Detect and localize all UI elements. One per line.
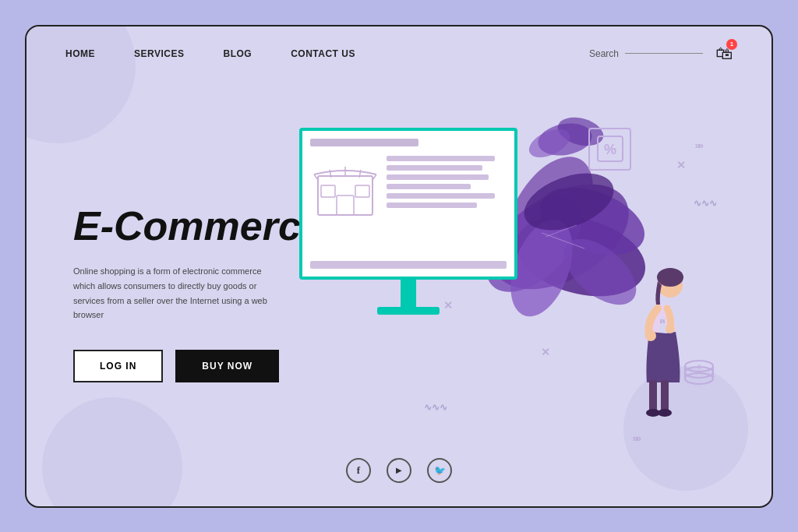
hero-description: Online shopping is a form of electronic … — [73, 264, 284, 322]
svg-point-30 — [658, 409, 672, 417]
search-line — [625, 53, 703, 54]
svg-rect-23 — [321, 185, 335, 197]
login-button[interactable]: LOG IN — [73, 350, 163, 382]
svg-point-31 — [645, 330, 656, 341]
social-bar: f ▶ 🐦 — [346, 458, 452, 483]
monitor-content-lines — [387, 153, 507, 222]
cart-button[interactable]: 🛍 1 — [715, 44, 733, 64]
monitor-illustration — [299, 128, 517, 315]
nav-blog[interactable]: BLOG — [223, 48, 252, 59]
nav-links: HOME SERVICES BLOG CONTACT US — [65, 48, 589, 59]
buy-now-button[interactable]: BUY NOW — [175, 350, 279, 382]
woman-figure — [623, 262, 694, 436]
svg-point-32 — [666, 324, 675, 333]
cart-badge: 1 — [726, 39, 737, 50]
svg-rect-24 — [355, 185, 369, 197]
deco-wave2: ∿∿∿ — [424, 402, 447, 413]
nav-services[interactable]: SERVICES — [134, 48, 184, 59]
nav-contact[interactable]: CONTACT US — [291, 48, 355, 59]
facebook-icon[interactable]: f — [346, 458, 371, 483]
main-page: HOME SERVICES BLOG CONTACT US Search 🛍 1… — [25, 25, 773, 508]
nav-home[interactable]: HOME — [65, 48, 95, 59]
search-label: Search — [589, 48, 619, 59]
svg-rect-27 — [649, 380, 657, 411]
main-content: E-Commerce Online shopping is a form of … — [26, 81, 772, 499]
monitor-top-bar — [310, 139, 418, 146]
svg-rect-28 — [661, 380, 669, 411]
svg-point-26 — [657, 268, 683, 287]
monitor-base — [377, 307, 440, 315]
twitter-icon[interactable]: 🐦 — [427, 458, 452, 483]
right-panel: ✕ ✕ ✕ ✕ »» ««« »» ∿∿∿ ∿∿∿ ··· % — [369, 97, 733, 483]
monitor-screen — [299, 128, 517, 280]
svg-rect-22 — [337, 196, 354, 215]
youtube-icon[interactable]: ▶ — [387, 458, 411, 483]
search-area: Search — [589, 48, 703, 59]
btn-group: LOG IN BUY NOW — [73, 350, 369, 382]
navbar: HOME SERVICES BLOG CONTACT US Search 🛍 1 — [26, 26, 772, 81]
monitor-stand — [401, 280, 416, 307]
store-icon — [310, 153, 380, 222]
